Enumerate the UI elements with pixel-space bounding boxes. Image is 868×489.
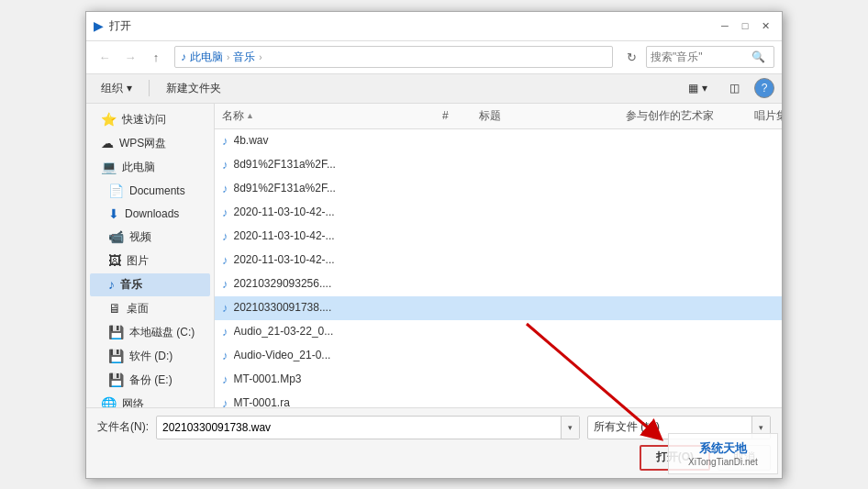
sidebar-item-music[interactable]: ♪ 音乐 <box>90 273 210 296</box>
file-name-text: 20210329093256.... <box>234 277 332 290</box>
organize-label: 组织 <box>101 81 123 96</box>
view-arrow-icon: ▾ <box>702 82 707 94</box>
new-folder-label: 新建文件夹 <box>166 81 221 96</box>
sidebar-label-backup-e: 备份 (E:) <box>129 372 172 388</box>
col-title-label: 标题 <box>479 108 501 124</box>
title-bar: ▶ 打开 ─ □ ✕ <box>86 12 782 41</box>
watermark-line2: XiTongTianDi.net <box>688 457 758 467</box>
sidebar-item-wps[interactable]: ☁ WPS网盘 <box>90 132 210 155</box>
file-name-text: Audio_21-03-22_0... <box>234 325 334 338</box>
back-button[interactable]: ← <box>94 46 116 68</box>
sidebar-item-network[interactable]: 🌐 网络 <box>90 393 210 407</box>
file-name-text: 2020-11-03-10-42-... <box>234 206 335 218</box>
local-c-icon: 💾 <box>108 325 124 339</box>
filename-dropdown-button[interactable]: ▾ <box>561 417 579 439</box>
file-icon: ♪ <box>222 134 228 148</box>
sidebar-item-backup-e[interactable]: 💾 备份 (E:) <box>90 369 210 392</box>
breadcrumb-thispc[interactable]: 此电脑 <box>190 50 223 65</box>
table-row[interactable]: ♪ 2020-11-03-10-42-... <box>215 249 782 272</box>
filename-input-wrap: ▾ <box>156 416 580 439</box>
sidebar-item-software-d[interactable]: 💾 软件 (D:) <box>90 345 210 368</box>
nav-bar: ← → ↑ ♪ 此电脑 › 音乐 › ↻ 🔍 <box>86 41 782 74</box>
maximize-button[interactable]: □ <box>736 17 754 35</box>
sidebar-item-pictures[interactable]: 🖼 图片 <box>90 250 210 272</box>
backup-e-icon: 💾 <box>108 372 124 387</box>
table-row[interactable]: ♪ 20210330091738.... <box>215 296 782 320</box>
close-button[interactable]: ✕ <box>756 17 774 35</box>
file-name-text: 2020-11-03-10-42-... <box>234 253 335 266</box>
file-icon: ♪ <box>222 277 228 291</box>
file-name-cell: ♪ 20210329093256.... <box>222 277 442 291</box>
sidebar-item-quick-access[interactable]: ⭐ 快速访问 <box>90 108 210 131</box>
breadcrumb-music-icon: ♪ <box>181 50 186 63</box>
table-row[interactable]: ♪ 2020-11-03-10-42-... <box>215 225 782 249</box>
table-row[interactable]: ♪ 4b.wav <box>215 129 782 153</box>
breadcrumb-music[interactable]: 音乐 <box>233 50 255 65</box>
breadcrumb-sep-1: › <box>227 52 229 62</box>
breadcrumb: ♪ 此电脑 › 音乐 › <box>174 46 613 68</box>
watermark: 系统天地 XiTongTianDi.net <box>668 433 778 474</box>
file-icon: ♪ <box>222 349 228 362</box>
sidebar-label-this-pc: 此电脑 <box>122 160 155 175</box>
view-button[interactable]: ▦ ▾ <box>681 77 715 99</box>
minimize-button[interactable]: ─ <box>716 17 734 35</box>
sidebar-label-wps: WPS网盘 <box>119 136 166 151</box>
file-icon: ♪ <box>222 396 228 407</box>
preview-button[interactable]: ◫ <box>722 77 747 99</box>
sidebar-item-this-pc[interactable]: 💻 此电脑 <box>90 156 210 179</box>
new-folder-button[interactable]: 新建文件夹 <box>159 77 228 99</box>
col-album-header[interactable]: 唱片集 <box>754 108 782 124</box>
sidebar-item-local-c[interactable]: 💾 本地磁盘 (C:) <box>90 321 210 344</box>
col-title-header[interactable]: 标题 <box>479 108 626 124</box>
sidebar-label-desktop: 桌面 <box>127 301 149 317</box>
table-row[interactable]: ♪ 20210329093256.... <box>215 272 782 296</box>
table-row[interactable]: ♪ 8d91%2F131a%2F... <box>215 177 782 201</box>
main-area: ⭐ 快速访问 ☁ WPS网盘 💻 此电脑 📄 Documents ⬇ Downl… <box>86 104 782 407</box>
refresh-button[interactable]: ↻ <box>620 46 642 68</box>
videos-icon: 📹 <box>108 229 124 244</box>
downloads-icon: ⬇ <box>108 206 119 221</box>
col-name-header[interactable]: 名称 ▲ <box>222 108 442 124</box>
sidebar-item-documents[interactable]: 📄 Documents <box>90 180 210 202</box>
col-number-header[interactable]: # <box>442 109 479 122</box>
table-row[interactable]: ♪ Audio-Video_21-0... <box>215 344 782 368</box>
file-icon: ♪ <box>222 301 228 315</box>
sidebar-label-documents: Documents <box>129 184 185 197</box>
sidebar-item-desktop[interactable]: 🖥 桌面 <box>90 297 210 320</box>
filename-input[interactable] <box>157 417 561 439</box>
sidebar-item-videos[interactable]: 📹 视频 <box>90 226 210 249</box>
forward-button[interactable]: → <box>119 46 141 68</box>
file-icon: ♪ <box>222 253 228 267</box>
file-name-text: 4b.wav <box>234 134 269 147</box>
pictures-icon: 🖼 <box>108 253 121 268</box>
file-name-text: 20210330091738.... <box>234 301 332 314</box>
table-row[interactable]: ♪ 2020-11-03-10-42-... <box>215 201 782 225</box>
file-name-text: MT-0001.ra <box>234 396 290 407</box>
file-name-cell: ♪ 2020-11-03-10-42-... <box>222 229 442 243</box>
organize-button[interactable]: 组织 ▾ <box>94 77 139 99</box>
table-row[interactable]: ♪ MT-0001.Mp3 <box>215 368 782 392</box>
table-row[interactable]: ♪ 8d91%2F131a%2F... <box>215 153 782 177</box>
sidebar-label-music: 音乐 <box>120 277 142 293</box>
file-icon: ♪ <box>222 182 228 195</box>
sidebar-label-local-c: 本地磁盘 (C:) <box>129 325 195 340</box>
music-icon: ♪ <box>108 277 115 292</box>
file-name-cell: ♪ Audio-Video_21-0... <box>222 349 442 362</box>
organize-arrow-icon: ▾ <box>127 82 132 94</box>
col-artist-header[interactable]: 参与创作的艺术家 <box>626 108 754 124</box>
file-name-cell: ♪ 2020-11-03-10-42-... <box>222 253 442 267</box>
toolbar: 组织 ▾ 新建文件夹 ▦ ▾ ◫ ? <box>86 74 782 104</box>
file-name-text: 8d91%2F131a%2F... <box>234 158 336 171</box>
help-button[interactable]: ? <box>754 78 774 98</box>
up-button[interactable]: ↑ <box>145 46 167 68</box>
documents-icon: 📄 <box>108 183 124 198</box>
network-icon: 🌐 <box>101 396 117 407</box>
sidebar-item-downloads[interactable]: ⬇ Downloads <box>90 203 210 225</box>
sidebar-label-network: 网络 <box>122 396 144 407</box>
search-input[interactable] <box>647 47 748 67</box>
table-row[interactable]: ♪ Audio_21-03-22_0... <box>215 320 782 344</box>
table-row[interactable]: ♪ MT-0001.ra <box>215 392 782 407</box>
file-icon: ♪ <box>222 325 228 339</box>
file-name-cell: ♪ 8d91%2F131a%2F... <box>222 158 442 172</box>
search-button[interactable]: 🔍 <box>748 47 768 67</box>
